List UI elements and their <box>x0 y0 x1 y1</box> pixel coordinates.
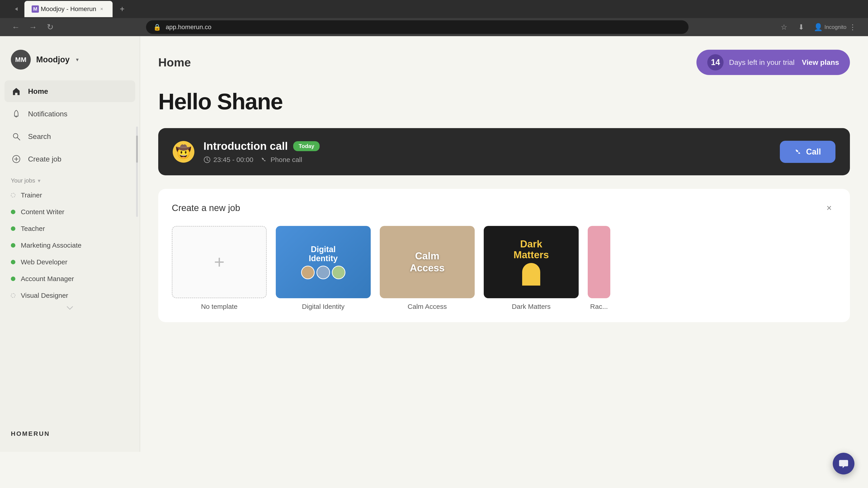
brand-name: Moodjoy <box>36 55 70 64</box>
call-emoji: 🤠 <box>173 141 194 163</box>
template-digital-identity[interactable]: DigitalIdentity Digital Identity <box>276 226 371 311</box>
call-type-text: Phone call <box>271 156 302 164</box>
call-btn-label: Call <box>806 147 821 157</box>
menu-button[interactable]: ⋮ <box>846 21 859 33</box>
visual-designer-label: Visual Designer <box>21 292 68 299</box>
tab-bar: M Moodjoy - Homerun × + <box>0 0 868 18</box>
sidebar-item-visual-designer[interactable]: Visual Designer <box>4 287 135 304</box>
app-container: MM Moodjoy ▾ Home <box>0 36 868 452</box>
chat-bubble-button[interactable] <box>833 453 855 475</box>
brand-chevron: ▾ <box>76 57 79 63</box>
sidebar-item-web-developer[interactable]: Web Developer <box>4 254 135 270</box>
sidebar-item-search[interactable]: Search <box>4 126 135 147</box>
sidebar-item-notifications[interactable]: Notifications <box>4 103 135 125</box>
tab-nav-back[interactable] <box>9 2 23 16</box>
sidebar-item-create-job-label: Create job <box>28 155 61 163</box>
trial-banner: 14 Days left in your trial View plans <box>696 50 850 75</box>
bell-icon <box>11 108 22 119</box>
jobs-section-label: Your jobs ▾ <box>0 170 140 187</box>
sidebar-item-search-label: Search <box>28 132 51 141</box>
account-manager-label: Account Manager <box>21 275 74 283</box>
sidebar-item-home-label: Home <box>28 87 48 96</box>
forward-button[interactable]: → <box>26 20 40 34</box>
sidebar-footer: HOMERUN <box>0 425 140 443</box>
no-template-label: No template <box>172 303 267 311</box>
trainer-label: Trainer <box>21 191 42 199</box>
template-grid: + No template DigitalIdentity <box>172 226 836 311</box>
visual-designer-dot <box>11 293 16 298</box>
plus-icon: + <box>214 252 225 272</box>
create-job-title: Create a new job <box>172 203 240 213</box>
close-create-job-button[interactable]: × <box>822 201 836 215</box>
incognito-button[interactable]: Incognito <box>829 21 842 33</box>
create-job-header: Create a new job × <box>172 201 836 215</box>
scroll-indicator <box>0 304 140 312</box>
back-button[interactable]: ← <box>9 20 23 34</box>
sidebar-brand[interactable]: MM Moodjoy ▾ <box>0 45 140 80</box>
content-writer-dot <box>11 210 16 214</box>
address-bar[interactable]: 🔒 app.homerun.co <box>146 20 688 34</box>
web-developer-label: Web Developer <box>21 258 67 266</box>
no-template-thumb: + <box>172 226 267 298</box>
web-developer-dot <box>11 260 16 264</box>
call-button[interactable]: Call <box>780 141 835 163</box>
main-content: Home 14 Days left in your trial View pla… <box>140 36 868 452</box>
sidebar-item-marketing-associate[interactable]: Marketing Associate <box>4 237 135 254</box>
template-calm-access[interactable]: CalmAccess Calm Access <box>380 226 475 311</box>
jobs-chevron-icon: ▾ <box>38 177 40 184</box>
call-details: 23:45 - 00:00 Phone call <box>204 156 771 164</box>
dm-person <box>522 263 540 286</box>
calm-access-thumb: CalmAccess <box>380 226 475 298</box>
calm-access-label: Calm Access <box>380 303 475 311</box>
marketing-associate-dot <box>11 243 16 248</box>
profile-button[interactable]: 👤 <box>812 21 825 33</box>
teacher-label: Teacher <box>21 225 45 232</box>
search-icon <box>11 131 22 142</box>
sidebar-item-home[interactable]: Home <box>4 80 135 102</box>
svg-line-1 <box>17 137 20 140</box>
jobs-list: Trainer Content Writer Teacher Marketing… <box>0 187 140 304</box>
address-url: app.homerun.co <box>166 24 211 31</box>
call-time: 23:45 - 00:00 <box>204 156 253 164</box>
trial-days-badge: 14 <box>707 54 723 70</box>
brand-avatar: MM <box>11 50 31 70</box>
view-plans-link[interactable]: View plans <box>802 58 839 67</box>
sidebar-scrollbar[interactable] <box>136 127 138 217</box>
digital-identity-label: Digital Identity <box>276 303 371 311</box>
trainer-dot <box>11 193 16 197</box>
content-writer-label: Content Writer <box>21 208 64 216</box>
intro-call-card: 🤠 Introduction call Today 23:45 - 00:00 <box>158 128 850 175</box>
trial-text: Days left in your trial <box>729 58 795 67</box>
bookmark-button[interactable]: ☆ <box>778 21 790 33</box>
plus-circle-icon <box>11 154 22 164</box>
account-manager-dot <box>11 276 16 281</box>
sidebar-item-account-manager[interactable]: Account Manager <box>4 270 135 287</box>
sidebar-item-teacher[interactable]: Teacher <box>4 220 135 237</box>
svg-line-7 <box>207 160 209 161</box>
dm-title: DarkMatters <box>514 238 549 260</box>
template-dark-matters[interactable]: DarkMatters Dark Matters <box>484 226 579 311</box>
download-button[interactable]: ⬇ <box>795 21 807 33</box>
tab-close-button[interactable]: × <box>98 5 105 13</box>
call-title: Introduction call <box>204 140 288 152</box>
new-tab-button[interactable]: + <box>120 4 125 14</box>
teacher-dot <box>11 226 16 231</box>
sidebar-item-create-job[interactable]: Create job <box>4 148 135 170</box>
sidebar-nav: Home Notifications Searc <box>0 80 140 170</box>
di-title: DigitalIdentity <box>309 245 338 263</box>
today-badge: Today <box>293 141 320 151</box>
greeting-heading: Hello Shane <box>158 89 850 115</box>
tab-title: Moodjoy - Homerun <box>41 5 96 13</box>
rac-label: Rac... <box>588 303 610 311</box>
reload-button[interactable]: ↻ <box>43 20 57 34</box>
sidebar-item-trainer[interactable]: Trainer <box>4 187 135 203</box>
dark-matters-label: Dark Matters <box>484 303 579 311</box>
template-no-template[interactable]: + No template <box>172 226 267 311</box>
dark-matters-thumb: DarkMatters <box>484 226 579 298</box>
di-avatars <box>301 266 345 279</box>
browser-nav-buttons: ← → ↻ <box>9 20 57 34</box>
template-rac[interactable]: Rac... <box>588 226 610 311</box>
call-title-row: Introduction call Today <box>204 140 771 152</box>
sidebar-item-content-writer[interactable]: Content Writer <box>4 203 135 220</box>
call-time-text: 23:45 - 00:00 <box>213 156 253 164</box>
